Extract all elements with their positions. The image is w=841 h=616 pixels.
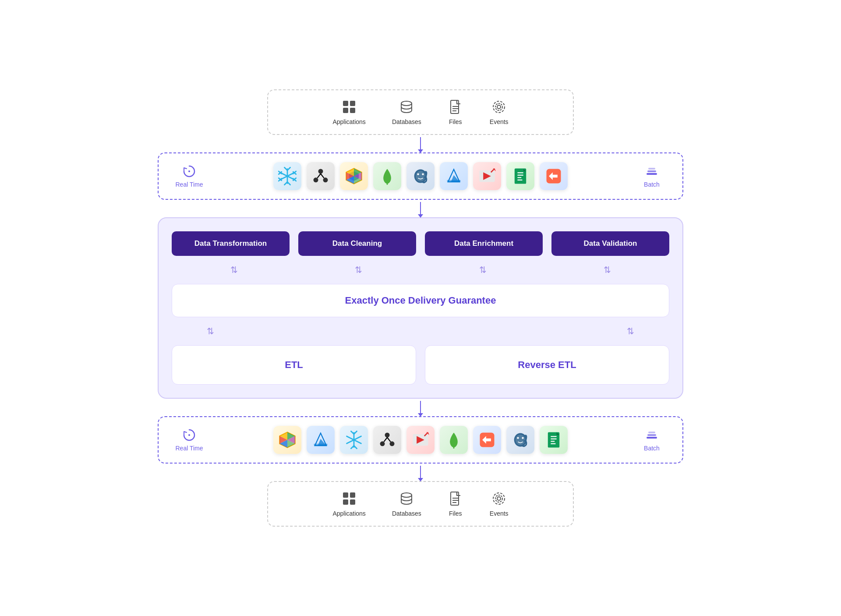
svg-rect-54	[517, 172, 523, 173]
svg-point-10	[495, 103, 502, 110]
source-files: Files	[448, 99, 463, 125]
tech-icon-postgres	[406, 162, 435, 190]
realtime-icon	[182, 164, 196, 178]
bottom-tech-dbt	[473, 426, 501, 454]
svg-point-4	[401, 101, 412, 106]
bottom-connector-arrow	[420, 464, 421, 481]
middle-bottom-arrow	[420, 399, 421, 416]
bottom-tech-snowflake	[340, 426, 368, 454]
svg-point-112	[497, 497, 501, 500]
svg-rect-100	[647, 437, 657, 439]
database-icon	[399, 99, 414, 115]
svg-rect-3	[350, 108, 355, 113]
bottom-tech-sharp	[273, 426, 301, 454]
events-icon	[491, 99, 507, 115]
svg-point-11	[493, 101, 505, 113]
svg-rect-56	[517, 177, 521, 178]
dest-databases: Databases	[392, 491, 421, 517]
svg-point-94	[522, 437, 523, 439]
transformation-button[interactable]: Data Transformation	[172, 231, 290, 256]
arrow-clean: ⇅	[300, 265, 416, 275]
svg-rect-60	[647, 170, 656, 172]
source-events: Events	[490, 99, 509, 125]
dest-files: Files	[448, 491, 463, 517]
tech-icon-snowflake	[273, 162, 301, 190]
arrow-enrich: ⇅	[425, 265, 541, 275]
svg-line-83	[384, 438, 387, 442]
svg-rect-106	[350, 499, 355, 505]
etl-arrows-row: ⇅ ⇅	[172, 326, 669, 336]
dest-applications: Applications	[332, 491, 366, 517]
svg-rect-48	[447, 180, 461, 182]
top-realtime-label: Real Time	[172, 164, 207, 188]
tech-icon-sharp	[340, 162, 368, 190]
top-source-box: Applications Databases Files	[267, 89, 574, 135]
svg-rect-105	[343, 499, 348, 505]
validation-button[interactable]: Data Validation	[551, 231, 669, 256]
tech-icon-azure	[440, 162, 468, 190]
arrow-etl: ⇅	[207, 326, 214, 336]
enrichment-button[interactable]: Data Enrichment	[425, 231, 543, 256]
proc-arrows-row: ⇅ ⇅ ⇅ ⇅	[172, 265, 669, 275]
tech-icon-kafka	[307, 162, 335, 190]
svg-rect-103	[343, 492, 348, 498]
svg-point-12	[188, 170, 190, 172]
guarantee-box: Exactly Once Delivery Guarantee	[172, 284, 669, 317]
diagram-container: Applications Databases Files	[140, 81, 701, 535]
bottom-tech-mongo	[440, 426, 468, 454]
top-batch-label: Batch	[634, 164, 669, 188]
bottom-tech-azure	[307, 426, 335, 454]
bottom-tech-sheets	[540, 426, 568, 454]
engine-box: Data Transformation Data Cleaning Data E…	[158, 217, 683, 399]
top-processing-layer: Real Time	[158, 152, 683, 200]
svg-rect-61	[648, 168, 655, 170]
svg-point-29	[314, 177, 318, 182]
svg-point-107	[401, 493, 412, 497]
source-applications: Applications	[332, 99, 366, 125]
tech-icon-mongodb	[373, 162, 401, 190]
svg-point-93	[517, 437, 519, 439]
svg-line-84	[387, 438, 391, 442]
svg-rect-59	[647, 173, 657, 175]
tech-icon-sheets	[506, 162, 534, 190]
svg-rect-99	[551, 443, 555, 444]
svg-point-28	[318, 169, 323, 174]
arrow-retl: ⇅	[627, 326, 634, 336]
svg-point-114	[493, 493, 505, 504]
bottom-tech-postgres	[506, 426, 534, 454]
arrow-validate: ⇅	[549, 265, 665, 275]
bottom-dest-box: Applications Databases Files	[267, 481, 574, 527]
svg-rect-104	[350, 492, 355, 498]
batch-layers-icon	[645, 164, 659, 178]
grid-icon	[341, 99, 357, 115]
svg-line-32	[321, 174, 324, 178]
bottom-tech-icons	[207, 426, 634, 454]
svg-rect-96	[551, 436, 556, 437]
reverse-etl-box: Reverse ETL	[425, 345, 669, 385]
bottom-tech-superset	[406, 426, 435, 454]
bottom-database-icon	[399, 491, 414, 506]
bottom-grid-icon	[341, 491, 357, 506]
svg-point-80	[385, 433, 390, 438]
cleaning-button[interactable]: Data Cleaning	[298, 231, 416, 256]
svg-point-82	[390, 441, 395, 446]
svg-point-9	[497, 105, 501, 109]
bottom-realtime-icon	[182, 428, 196, 442]
bottom-events-icon	[491, 491, 507, 506]
svg-point-30	[323, 177, 328, 182]
svg-point-44	[417, 173, 419, 175]
etl-row: ETL Reverse ETL	[172, 345, 669, 385]
source-databases: Databases	[392, 99, 421, 125]
svg-rect-55	[517, 175, 523, 176]
svg-rect-57	[517, 180, 522, 181]
etl-box: ETL	[172, 345, 416, 385]
tech-icon-superset	[473, 162, 501, 190]
bottom-processing-layer: Real Time	[158, 416, 683, 464]
svg-rect-2	[343, 108, 348, 113]
bottom-tech-kafka	[373, 426, 401, 454]
bottom-realtime-label: Real Time	[172, 428, 207, 452]
svg-rect-97	[551, 439, 556, 439]
top-tech-icons	[207, 162, 634, 190]
svg-rect-101	[647, 434, 656, 436]
bottom-file-icon	[448, 491, 463, 506]
